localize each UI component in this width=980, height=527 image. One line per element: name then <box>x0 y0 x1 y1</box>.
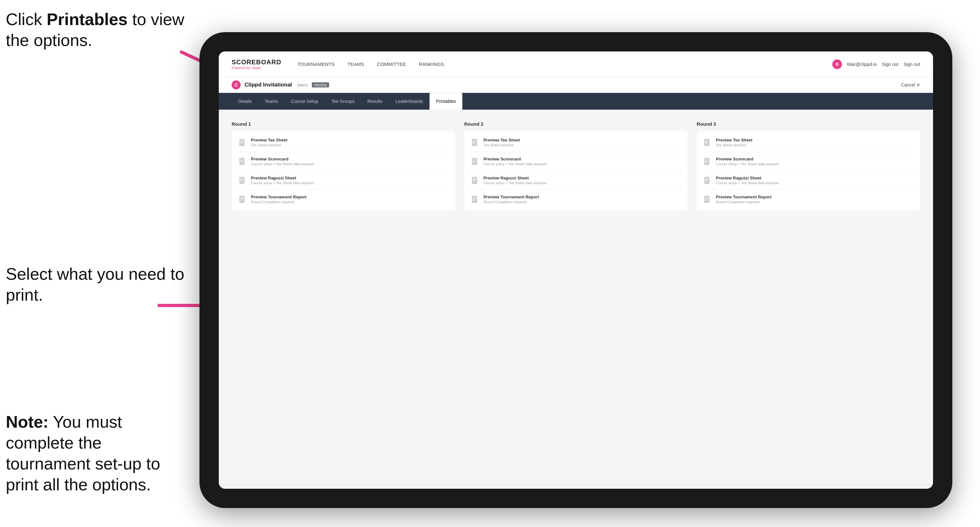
divider <box>471 152 681 152</box>
r1-raguzzi-subtitle: Course setup + Tee Sheet data required <box>251 181 314 185</box>
round-2-tee-sheet[interactable]: Preview Tee Sheet Tee Sheet required <box>471 138 681 147</box>
user-avatar: B <box>832 59 842 69</box>
round-3-tee-sheet[interactable]: Preview Tee Sheet Tee Sheet required <box>703 138 914 147</box>
r1-report-subtitle: Round Completion required <box>251 200 306 204</box>
rounds-container: Round 1 Preview Tee Sheet <box>232 121 920 211</box>
top-nav-links: TOURNAMENTS TEAMS COMMITTEE RANKINGS <box>297 60 832 68</box>
instruction-bottom: Note: You must complete the tournament s… <box>6 411 186 495</box>
divider <box>703 171 914 171</box>
round-3-title: Round 3 <box>697 121 920 127</box>
round-2-section: Round 2 Preview Tee Sheet Tee S <box>464 121 688 211</box>
tab-bar: Details Teams Course Setup Tee Groups Re… <box>219 93 933 110</box>
tab-details[interactable]: Details <box>232 93 258 110</box>
raguzzi-icon <box>238 176 247 185</box>
svg-rect-24 <box>472 158 477 165</box>
tournament-title: C Clippd Invitational (Men) Hosting <box>232 80 329 89</box>
r3-raguzzi-title: Preview Raguzzi Sheet <box>716 176 779 180</box>
sign-out-link[interactable]: Sign out <box>882 62 898 67</box>
divider <box>238 171 449 171</box>
tee-sheet-icon-3 <box>703 138 712 147</box>
tournament-icon: C <box>232 80 241 89</box>
r2-scorecard-title: Preview Scorecard <box>484 157 546 162</box>
scorecard-icon <box>238 157 247 166</box>
r3-scorecard-subtitle: Course setup + Tee Sheet data required <box>716 162 779 166</box>
round-1-raguzzi[interactable]: Preview Raguzzi Sheet Course setup + Tee… <box>238 176 449 185</box>
round-2-tournament-report[interactable]: Preview Tournament Report Round Completi… <box>471 195 681 204</box>
round-2-scorecard[interactable]: Preview Scorecard Course setup + Tee She… <box>471 157 681 166</box>
instruction-top-bold: Printables <box>47 10 127 29</box>
round-3-tournament-report[interactable]: Preview Tournament Report Round Completi… <box>703 195 914 204</box>
round-1-tournament-report[interactable]: Preview Tournament Report Round Completi… <box>238 195 449 204</box>
svg-rect-16 <box>239 196 245 203</box>
round-1-tee-sheet[interactable]: Preview Tee Sheet Tee Sheet required <box>238 138 449 147</box>
raguzzi-icon-2 <box>471 176 480 185</box>
round-2-card: Preview Tee Sheet Tee Sheet required <box>464 131 688 211</box>
r2-report-subtitle: Round Completion required <box>484 200 539 204</box>
r2-raguzzi-subtitle: Course setup + Tee Sheet data required <box>484 181 546 185</box>
scorecard-icon-2 <box>471 157 480 166</box>
tee-sheet-icon <box>238 138 247 147</box>
nav-link-committee[interactable]: COMMITTEE <box>377 60 406 68</box>
svg-rect-40 <box>704 158 710 165</box>
r1-scorecard-title: Preview Scorecard <box>251 157 314 162</box>
round-3-section: Round 3 Preview Tee Sheet Tee S <box>697 121 920 211</box>
r2-scorecard-subtitle: Course setup + Tee Sheet data required <box>484 162 546 166</box>
round-3-raguzzi[interactable]: Preview Raguzzi Sheet Course setup + Tee… <box>703 176 914 185</box>
tab-leaderboards[interactable]: Leaderboards <box>389 93 430 110</box>
tablet-frame: SCOREBOARD Powered by clippd TOURNAMENTS… <box>199 32 952 508</box>
divider <box>238 152 449 152</box>
r1-raguzzi-title: Preview Raguzzi Sheet <box>251 176 314 180</box>
r1-tee-sheet-title: Preview Tee Sheet <box>251 138 287 143</box>
nav-link-teams[interactable]: TEAMS <box>347 60 364 68</box>
tablet-screen: SCOREBOARD Powered by clippd TOURNAMENTS… <box>219 51 933 489</box>
tab-results[interactable]: Results <box>361 93 389 110</box>
raguzzi-icon-3 <box>703 176 712 185</box>
svg-rect-20 <box>472 139 477 146</box>
tab-printables[interactable]: Printables <box>430 93 462 110</box>
tee-sheet-icon-2 <box>471 138 480 147</box>
top-nav: SCOREBOARD Powered by clippd TOURNAMENTS… <box>219 51 933 77</box>
r2-tee-sheet-subtitle: Tee Sheet required <box>484 143 520 147</box>
svg-rect-28 <box>472 177 477 184</box>
tab-teams[interactable]: Teams <box>258 93 285 110</box>
sign-out-text[interactable]: Sign out <box>904 62 920 67</box>
tournament-report-icon <box>238 195 247 204</box>
instruction-bottom-bold: Note: <box>6 413 49 431</box>
nav-link-rankings[interactable]: RANKINGS <box>419 60 444 68</box>
round-1-section: Round 1 Preview Tee Sheet <box>232 121 455 211</box>
svg-rect-48 <box>704 196 710 203</box>
round-1-title: Round 1 <box>232 121 455 127</box>
round-2-raguzzi[interactable]: Preview Raguzzi Sheet Course setup + Tee… <box>471 176 681 185</box>
svg-rect-8 <box>239 158 245 165</box>
r3-report-title: Preview Tournament Report <box>716 195 771 199</box>
nav-link-tournaments[interactable]: TOURNAMENTS <box>297 60 335 68</box>
r3-raguzzi-subtitle: Course setup + Tee Sheet data required <box>716 181 779 185</box>
r3-tee-sheet-title: Preview Tee Sheet <box>716 138 752 143</box>
tournament-meta: (Men) <box>297 83 308 87</box>
svg-rect-44 <box>704 177 710 184</box>
tournament-name: Clippd Invitational <box>245 82 292 88</box>
logo-sub: Powered by clippd <box>232 66 281 70</box>
divider <box>703 152 914 152</box>
tab-tee-groups[interactable]: Tee Groups <box>325 93 361 110</box>
r2-raguzzi-title: Preview Raguzzi Sheet <box>484 176 546 180</box>
main-content: Round 1 Preview Tee Sheet <box>219 110 933 489</box>
scorecard-icon-3 <box>703 157 712 166</box>
top-nav-right: B blair@clippd.io Sign out Sign out <box>832 59 920 69</box>
svg-rect-36 <box>704 139 710 146</box>
round-1-card: Preview Tee Sheet Tee Sheet required <box>232 131 455 211</box>
divider <box>471 171 681 171</box>
cancel-button[interactable]: Cancel ✕ <box>901 82 920 87</box>
tab-course-setup[interactable]: Course Setup <box>285 93 325 110</box>
r1-scorecard-subtitle: Course setup + Tee Sheet data required <box>251 162 314 166</box>
user-email: blair@clippd.io <box>847 62 877 67</box>
sub-header: C Clippd Invitational (Men) Hosting Canc… <box>219 77 933 93</box>
svg-rect-32 <box>472 196 477 203</box>
round-3-scorecard[interactable]: Preview Scorecard Course setup + Tee She… <box>703 157 914 166</box>
r2-report-title: Preview Tournament Report <box>484 195 539 199</box>
round-2-title: Round 2 <box>464 121 688 127</box>
r3-tee-sheet-subtitle: Tee Sheet required <box>716 143 752 147</box>
r1-tee-sheet-subtitle: Tee Sheet required <box>251 143 287 147</box>
divider <box>703 190 914 190</box>
round-1-scorecard[interactable]: Preview Scorecard Course setup + Tee She… <box>238 157 449 166</box>
